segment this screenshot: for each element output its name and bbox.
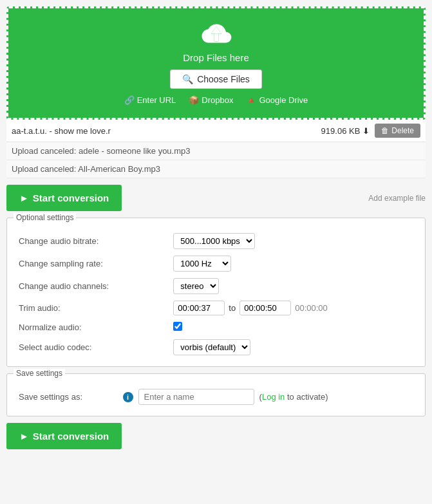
arrow-icon-bottom: ► bbox=[19, 431, 29, 442]
drop-text: Drop Files here bbox=[21, 52, 411, 63]
setting-select-0[interactable]: 500...1000 kbps128 kbps192 kbps256 kbps3… bbox=[173, 233, 255, 249]
setting-control: 1000 Hz44100 Hz22050 Hz11025 Hz bbox=[171, 252, 416, 275]
arrow-icon: ► bbox=[19, 192, 29, 203]
settings-table: Change audio bitrate: 500...1000 kbps128… bbox=[16, 230, 416, 359]
setting-label: Trim audio: bbox=[16, 297, 171, 319]
trim-row: to 00:00:00 bbox=[173, 301, 413, 315]
trim-from-input[interactable] bbox=[173, 301, 225, 315]
drop-links: 🔗 Enter URL 📦 Dropbox 🔺 Google Drive bbox=[21, 95, 411, 105]
action-row: ► Start conversion Add example file bbox=[6, 185, 426, 211]
choose-files-label: Choose Files bbox=[197, 74, 250, 84]
trash-icon: 🗑 bbox=[381, 126, 389, 135]
settings-row: Change audio channels: stereomono bbox=[16, 275, 416, 297]
enter-url-link[interactable]: 🔗 Enter URL bbox=[124, 95, 176, 105]
save-table: Save settings as: i (Log in to activate) bbox=[16, 386, 416, 408]
google-drive-link[interactable]: 🔺 Google Drive bbox=[246, 95, 308, 105]
upload-cloud-icon bbox=[200, 21, 232, 47]
settings-row: Select audio codec: vorbis (default)mp3a… bbox=[16, 336, 416, 359]
start-conversion-label-top: Start conversion bbox=[33, 192, 109, 203]
file-list: aa-t.a.t.u. - show me love.r 919.06 KB ⬇… bbox=[6, 120, 426, 178]
setting-control bbox=[171, 319, 416, 336]
save-settings-group: Save settings Save settings as: i (Log i… bbox=[6, 373, 426, 416]
save-note: (Log in to activate) bbox=[259, 392, 328, 402]
trim-duration: 00:00:00 bbox=[295, 303, 328, 313]
setting-label: Change audio channels: bbox=[16, 275, 171, 297]
trim-to-input[interactable] bbox=[239, 301, 291, 315]
dropbox-icon: 📦 bbox=[189, 95, 199, 105]
setting-label: Normalize audio: bbox=[16, 319, 171, 336]
file-size: 919.06 KB ⬇ bbox=[321, 126, 370, 136]
info-icon[interactable]: i bbox=[123, 392, 133, 402]
settings-row: Change sampling rate: 1000 Hz44100 Hz220… bbox=[16, 252, 416, 275]
add-example-link[interactable]: Add example file bbox=[368, 194, 426, 203]
save-name-input[interactable] bbox=[138, 389, 254, 405]
drop-zone[interactable]: Drop Files here 🔍 Choose Files 🔗 Enter U… bbox=[6, 6, 426, 120]
setting-control: 500...1000 kbps128 kbps192 kbps256 kbps3… bbox=[171, 230, 416, 252]
normalize-checkbox[interactable] bbox=[173, 322, 182, 331]
cancelled-row: Upload canceled: All-American Boy.mp3 bbox=[6, 160, 426, 178]
start-conversion-button-bottom[interactable]: ► Start conversion bbox=[6, 423, 122, 449]
svg-rect-4 bbox=[214, 34, 218, 42]
download-icon: ⬇ bbox=[362, 126, 370, 136]
setting-control: to 00:00:00 bbox=[171, 297, 416, 319]
setting-select-1[interactable]: 1000 Hz44100 Hz22050 Hz11025 Hz bbox=[173, 256, 231, 272]
setting-label: Change sampling rate: bbox=[16, 252, 171, 275]
optional-settings-group: Optional settings Change audio bitrate: … bbox=[6, 218, 426, 367]
file-row: aa-t.a.t.u. - show me love.r 919.06 KB ⬇… bbox=[6, 120, 426, 142]
settings-row: Trim audio: to 00:00:00 bbox=[16, 297, 416, 319]
save-settings-label: Save settings as: bbox=[16, 386, 120, 408]
settings-row: Normalize audio: bbox=[16, 319, 416, 336]
optional-settings-legend: Optional settings bbox=[14, 213, 76, 222]
search-icon: 🔍 bbox=[182, 74, 193, 84]
link-icon: 🔗 bbox=[124, 95, 135, 105]
cancelled-row: Upload canceled: adele - someone like yo… bbox=[6, 142, 426, 160]
delete-label: Delete bbox=[391, 126, 414, 135]
choose-files-button[interactable]: 🔍 Choose Files bbox=[170, 70, 262, 89]
setting-control: vorbis (default)mp3aacflac bbox=[171, 336, 416, 359]
dropbox-link[interactable]: 📦 Dropbox bbox=[189, 95, 233, 105]
drive-icon: 🔺 bbox=[246, 95, 256, 105]
file-name: aa-t.a.t.u. - show me love.r bbox=[12, 126, 316, 136]
setting-control: stereomono bbox=[171, 275, 416, 297]
delete-button[interactable]: 🗑 Delete bbox=[375, 124, 420, 138]
setting-label: Change audio bitrate: bbox=[16, 230, 171, 252]
trim-to-label: to bbox=[229, 303, 236, 313]
settings-row: Change audio bitrate: 500...1000 kbps128… bbox=[16, 230, 416, 252]
start-conversion-button-top[interactable]: ► Start conversion bbox=[6, 185, 122, 211]
save-row: i (Log in to activate) bbox=[123, 389, 413, 405]
setting-label: Select audio codec: bbox=[16, 336, 171, 359]
setting-select-5[interactable]: vorbis (default)mp3aacflac bbox=[173, 339, 250, 355]
save-settings-legend: Save settings bbox=[14, 369, 65, 378]
login-link[interactable]: Log in bbox=[262, 392, 285, 402]
save-settings-row: Save settings as: i (Log in to activate) bbox=[16, 386, 416, 408]
start-conversion-label-bottom: Start conversion bbox=[33, 431, 109, 442]
setting-select-2[interactable]: stereomono bbox=[173, 278, 219, 294]
